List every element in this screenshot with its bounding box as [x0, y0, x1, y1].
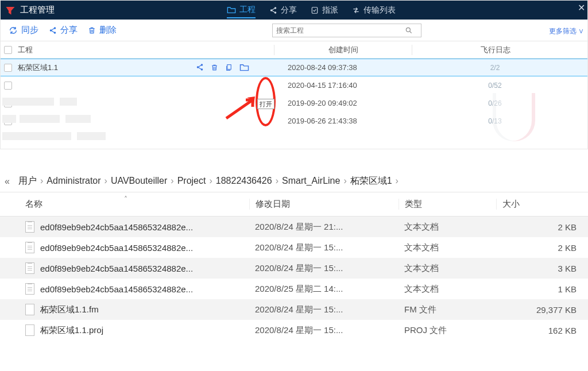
menu-project-label: 工程: [239, 5, 256, 15]
breadcrumb-item[interactable]: 用户: [18, 176, 37, 186]
breadcrumb: « 用户›Administrator›UAVBouteiller›Project…: [0, 171, 588, 192]
breadcrumb-separator: ›: [167, 176, 177, 186]
file-name: ed0f89eb9eb24cb5aa145865324882e...: [40, 243, 193, 253]
menu-transfer[interactable]: 传输列表: [352, 5, 396, 16]
file-row[interactable]: ed0f89eb9eb24cb5aa145865324882e...2020/8…: [0, 258, 588, 279]
more-filter-label: 更多筛选: [549, 27, 577, 35]
row-checkbox[interactable]: [4, 64, 12, 72]
col-project[interactable]: 工程: [16, 45, 274, 55]
sort-caret-icon: ˄: [124, 195, 127, 203]
file-icon: [25, 262, 34, 274]
watermark-icon: [493, 93, 535, 141]
chevron-down-icon: ∨: [578, 27, 584, 35]
breadcrumb-item[interactable]: Administrator: [47, 176, 100, 186]
menu-share-label: 分享: [281, 5, 297, 16]
explorer-column-header: 名称 ˄ 修改日期 类型 大小: [0, 192, 588, 217]
row-checkbox[interactable]: [4, 82, 12, 90]
svg-rect-3: [312, 7, 317, 13]
breadcrumb-separator: ›: [272, 176, 282, 186]
file-name: ed0f89eb9eb24cb5aa145865324882e...: [40, 264, 193, 273]
search-input[interactable]: [273, 26, 405, 34]
sync-button[interactable]: 同步: [9, 25, 38, 36]
file-row[interactable]: 柘荣区域1.1.proj2020/8/24 星期一 15:...PROJ 文件1…: [0, 320, 588, 341]
breadcrumb-separator: ›: [206, 176, 215, 186]
file-icon: [25, 324, 34, 336]
excol-name-label: 名称: [25, 199, 42, 208]
row-delete-icon[interactable]: [211, 63, 218, 72]
breadcrumb-separator: ›: [101, 176, 111, 186]
row-created: 2020-04-15 17:16:40: [274, 81, 412, 90]
file-size: 2 KB: [496, 243, 588, 253]
file-date: 2020/8/24 星期一 21:...: [249, 222, 399, 233]
file-name: 柘荣区域1.1.fm: [40, 304, 99, 315]
file-date: 2020/8/24 星期一 15:...: [249, 304, 399, 315]
delete-button[interactable]: 删除: [88, 25, 117, 36]
file-size: 162 KB: [496, 326, 588, 335]
file-date: 2020/8/24 星期一 15:...: [249, 325, 399, 336]
share-button[interactable]: 分享: [49, 25, 78, 36]
row-open-folder-icon[interactable]: [239, 63, 249, 72]
file-name: 柘荣区域1.1.proj: [40, 325, 103, 336]
file-type: 文本文档: [399, 222, 496, 233]
project-row[interactable]: 2020-04-15 17:16:400/52: [1, 76, 587, 94]
col-flightlog[interactable]: 飞行日志: [412, 45, 578, 55]
excol-date[interactable]: 修改日期: [249, 199, 399, 210]
breadcrumb-item[interactable]: Smart_AirLine: [282, 176, 340, 186]
breadcrumb-item[interactable]: Project: [177, 176, 206, 186]
file-name: ed0f89eb9eb24cb5aa145865324882e...: [40, 284, 193, 294]
file-icon: [25, 304, 34, 315]
excol-size[interactable]: 大小: [496, 199, 588, 210]
breadcrumb-separator: ›: [392, 176, 402, 186]
excol-type[interactable]: 类型: [399, 199, 496, 210]
file-type: 文本文档: [399, 263, 496, 274]
menu-project[interactable]: 工程: [227, 5, 256, 18]
sync-label: 同步: [21, 25, 38, 36]
file-type: 文本文档: [399, 284, 496, 295]
file-row[interactable]: 柘荣区域1.1.fm2020/8/24 星期一 15:...FM 文件29,37…: [0, 299, 588, 320]
file-size: 1 KB: [496, 284, 588, 294]
close-icon[interactable]: ✕: [578, 2, 585, 13]
breadcrumb-separator: ›: [37, 176, 47, 186]
titlebar: 工程管理 工程 分享 指派 传输列表 ✕: [1, 1, 587, 20]
row-flightlog: 2/2: [412, 64, 578, 72]
col-created[interactable]: 创建时间: [274, 45, 412, 55]
search-icon[interactable]: [405, 26, 421, 34]
file-row[interactable]: ed0f89eb9eb24cb5aa145865324882e...2020/8…: [0, 237, 588, 258]
excol-name[interactable]: 名称 ˄: [0, 199, 249, 210]
explorer-pane: « 用户›Administrator›UAVBouteiller›Project…: [0, 171, 588, 341]
file-size: 3 KB: [496, 264, 588, 273]
file-date: 2020/8/25 星期二 14:...: [249, 284, 399, 295]
app-title: 工程管理: [20, 5, 55, 16]
search-box[interactable]: [272, 24, 421, 37]
row-created: 2019-09-20 09:49:02: [274, 99, 412, 107]
row-share-icon[interactable]: [196, 63, 204, 72]
file-row[interactable]: ed0f89eb9eb24cb5aa145865324882e...2020/8…: [0, 279, 588, 299]
file-date: 2020/8/24 星期一 15:...: [249, 242, 399, 253]
file-row[interactable]: ed0f89eb9eb24cb5aa145865324882e...2020/8…: [0, 217, 588, 237]
menu-transfer-label: 传输列表: [363, 5, 396, 16]
open-tooltip: 打开: [257, 99, 274, 109]
file-date: 2020/8/24 星期一 15:...: [249, 263, 399, 274]
delete-label: 删除: [99, 25, 117, 36]
menu-share[interactable]: 分享: [269, 5, 297, 16]
blurred-placeholder: [2, 93, 146, 148]
back-button[interactable]: «: [5, 176, 16, 187]
file-type: FM 文件: [399, 304, 496, 315]
breadcrumb-item[interactable]: 18822436426: [216, 176, 272, 186]
project-row[interactable]: 柘荣区域1.12020-08-24 09:37:382/2: [1, 59, 587, 76]
row-flightlog: 0/52: [412, 82, 578, 90]
breadcrumb-separator: ›: [340, 176, 350, 186]
breadcrumb-item[interactable]: UAVBouteiller: [111, 176, 167, 186]
svg-rect-11: [227, 65, 231, 69]
breadcrumb-item[interactable]: 柘荣区域1: [350, 176, 392, 186]
app-logo-icon: [5, 5, 16, 16]
share-icon: [49, 26, 57, 34]
file-type: 文本文档: [399, 242, 496, 253]
top-menu: 工程 分享 指派 传输列表: [227, 5, 396, 16]
file-icon: [25, 242, 34, 253]
file-icon: [25, 283, 34, 295]
more-filter-link[interactable]: 更多筛选 ∨: [549, 26, 584, 36]
row-copy-icon[interactable]: [225, 63, 233, 72]
menu-assign[interactable]: 指派: [311, 5, 338, 16]
select-all-checkbox[interactable]: [4, 46, 12, 54]
